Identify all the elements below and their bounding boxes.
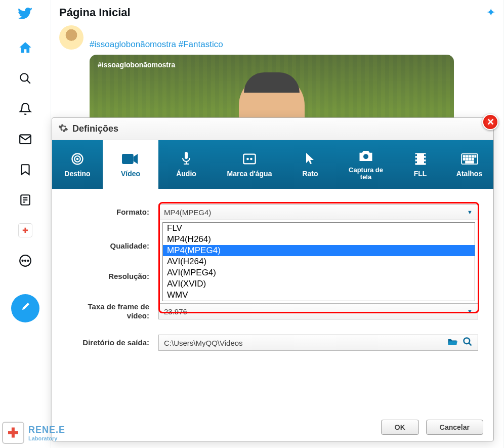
page-title: Página Inicial bbox=[59, 6, 131, 19]
search-icon[interactable] bbox=[18, 71, 32, 86]
diretorio-label: Diretório de saída: bbox=[67, 338, 158, 347]
settings-dialog: Definições ✕ Destino Vídeo Áudio Mar bbox=[52, 117, 494, 441]
chevron-down-icon: ▼ bbox=[467, 308, 473, 314]
svg-rect-23 bbox=[415, 161, 417, 164]
dropdown-option-wmv[interactable]: WMV bbox=[163, 290, 475, 301]
ok-button[interactable]: OK bbox=[381, 420, 419, 435]
cursor-icon bbox=[304, 151, 316, 167]
close-button[interactable]: ✕ bbox=[482, 114, 498, 130]
taxa-select[interactable]: 23.976 ▼ bbox=[158, 303, 478, 319]
svg-rect-30 bbox=[469, 155, 470, 157]
tweet-hashtags[interactable]: #issoaglobonãomostra #Fantastico bbox=[90, 39, 495, 50]
tab-destino[interactable]: Destino bbox=[52, 140, 103, 189]
folder-open-icon[interactable] bbox=[447, 337, 457, 349]
dialog-title: Definições bbox=[72, 124, 118, 134]
svg-point-9 bbox=[25, 260, 26, 261]
svg-rect-31 bbox=[472, 155, 473, 157]
camera-icon bbox=[358, 148, 373, 164]
tab-fll[interactable]: FLL bbox=[396, 140, 444, 189]
renee-logo-icon: ✚ bbox=[2, 422, 24, 444]
home-icon[interactable] bbox=[18, 41, 32, 55]
dropdown-option-mp4-h264[interactable]: MP4(H264) bbox=[163, 234, 475, 245]
tab-audio[interactable]: Áudio bbox=[158, 140, 214, 189]
tab-marca-dagua[interactable]: Marca d'água bbox=[214, 140, 285, 189]
dropdown-option-avi-mpeg4[interactable]: AVI(MPEG4) bbox=[163, 267, 475, 278]
svg-point-8 bbox=[22, 260, 23, 261]
compose-tweet-button[interactable] bbox=[11, 294, 39, 322]
dialog-tabs: Destino Vídeo Áudio Marca d'água Rato bbox=[52, 140, 493, 189]
renee-sub: Laboratory bbox=[28, 435, 65, 441]
formato-dropdown-list: FLV MP4(H264) MP4(MPEG4) AVI(H264) AVI(M… bbox=[162, 222, 475, 301]
svg-line-1 bbox=[27, 80, 30, 84]
dropdown-option-flv[interactable]: FLV bbox=[163, 223, 475, 234]
svg-rect-37 bbox=[466, 161, 474, 163]
svg-rect-16 bbox=[243, 154, 255, 164]
svg-point-38 bbox=[464, 338, 470, 344]
svg-rect-36 bbox=[472, 158, 473, 160]
svg-rect-29 bbox=[466, 155, 468, 157]
video-hashtag-overlay: #issoaglobonãomostra bbox=[98, 61, 175, 69]
qualidade-label: Qualidade: bbox=[67, 241, 158, 251]
chevron-down-icon: ▼ bbox=[467, 209, 473, 215]
svg-rect-34 bbox=[466, 158, 468, 160]
microphone-icon bbox=[180, 151, 192, 167]
formato-select[interactable]: MP4(MPEG4) ▼ bbox=[158, 204, 478, 220]
gear-icon bbox=[58, 123, 68, 135]
svg-point-10 bbox=[27, 260, 28, 261]
dialog-body: Formato: MP4(MPEG4) ▼ Qualidade: Resoluç… bbox=[52, 189, 493, 411]
formato-label: Formato: bbox=[67, 208, 158, 217]
sparkle-icon[interactable]: ✦ bbox=[486, 6, 495, 19]
twitter-header: Página Inicial ✦ bbox=[51, 0, 503, 25]
svg-rect-26 bbox=[424, 161, 426, 164]
renee-app-icon[interactable]: ✚ bbox=[18, 223, 32, 237]
svg-rect-28 bbox=[463, 155, 465, 157]
svg-point-19 bbox=[363, 154, 368, 159]
dropdown-option-mp4-mpeg4[interactable]: MP4(MPEG4) bbox=[163, 245, 475, 256]
svg-line-39 bbox=[469, 343, 472, 345]
svg-point-17 bbox=[247, 158, 248, 159]
svg-point-0 bbox=[20, 73, 28, 81]
svg-point-13 bbox=[77, 158, 78, 159]
svg-rect-35 bbox=[469, 158, 470, 160]
svg-rect-15 bbox=[185, 152, 188, 159]
svg-rect-24 bbox=[424, 154, 426, 156]
resolucao-label: Resolução: bbox=[67, 272, 158, 281]
renee-brand: RENE.E bbox=[28, 425, 65, 435]
tab-captura[interactable]: Captura de tela bbox=[335, 140, 396, 189]
film-icon bbox=[413, 151, 428, 167]
renee-watermark: ✚ RENE.E Laboratory bbox=[2, 422, 65, 444]
svg-rect-25 bbox=[424, 158, 426, 160]
notifications-icon[interactable] bbox=[18, 102, 32, 116]
taxa-label: Taxa de frame de vídeo: bbox=[67, 302, 158, 320]
dropdown-option-avi-xvid[interactable]: AVI(XVID) bbox=[163, 278, 475, 290]
messages-icon[interactable] bbox=[18, 132, 32, 146]
dialog-titlebar[interactable]: Definições ✕ bbox=[52, 118, 493, 140]
watermark-icon bbox=[242, 151, 257, 167]
svg-point-18 bbox=[250, 158, 251, 159]
tab-rato[interactable]: Rato bbox=[285, 140, 335, 189]
twitter-sidebar: ✚ bbox=[0, 0, 51, 448]
keyboard-icon bbox=[461, 151, 478, 167]
dropdown-option-avi-h264[interactable]: AVI(H264) bbox=[163, 256, 475, 267]
avatar[interactable] bbox=[59, 25, 83, 50]
twitter-logo-icon[interactable] bbox=[18, 8, 33, 25]
video-icon bbox=[122, 151, 139, 167]
lists-icon[interactable] bbox=[18, 193, 32, 207]
diretorio-input[interactable]: C:\Users\MyQQ\Videos bbox=[158, 335, 478, 351]
tab-atalhos[interactable]: Atalhos bbox=[444, 140, 494, 189]
svg-rect-33 bbox=[463, 158, 465, 160]
more-icon[interactable] bbox=[18, 254, 32, 268]
cancel-button[interactable]: Cancelar bbox=[426, 420, 483, 435]
svg-rect-21 bbox=[415, 154, 417, 156]
browse-search-icon[interactable] bbox=[463, 337, 473, 349]
svg-rect-14 bbox=[122, 154, 134, 164]
svg-rect-32 bbox=[475, 155, 476, 157]
tab-video[interactable]: Vídeo bbox=[103, 140, 158, 189]
target-icon bbox=[70, 151, 85, 167]
bookmarks-icon[interactable] bbox=[18, 162, 32, 177]
svg-rect-22 bbox=[415, 158, 417, 160]
dialog-footer: OK Cancelar bbox=[381, 420, 483, 435]
